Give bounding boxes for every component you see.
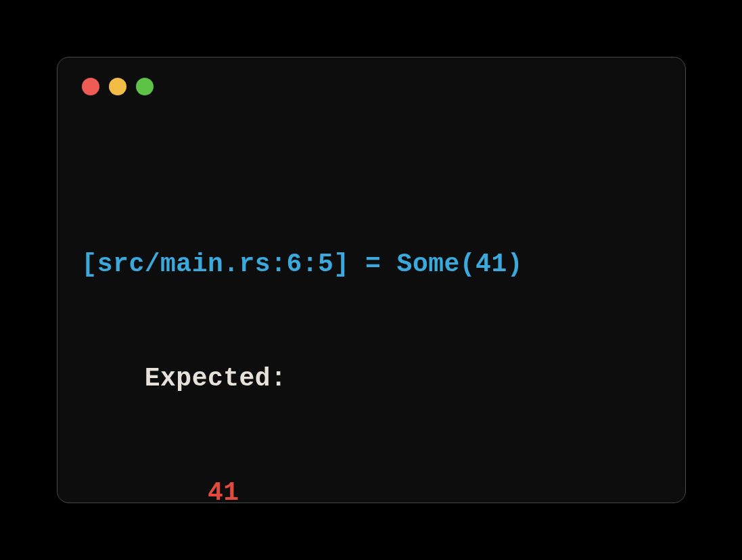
- minimize-icon[interactable]: [109, 78, 126, 95]
- expected-label: Expected:: [82, 360, 661, 398]
- source-location-line: [src/main.rs:6:5] = Some(41): [82, 246, 661, 283]
- terminal-window: [src/main.rs:6:5] = Some(41) Expected: 4…: [57, 57, 686, 503]
- window-controls: [82, 78, 661, 95]
- expected-value: 41: [82, 474, 661, 512]
- terminal-output: [src/main.rs:6:5] = Some(41) Expected: 4…: [82, 170, 661, 560]
- close-icon[interactable]: [82, 78, 99, 95]
- maximize-icon[interactable]: [136, 78, 154, 95]
